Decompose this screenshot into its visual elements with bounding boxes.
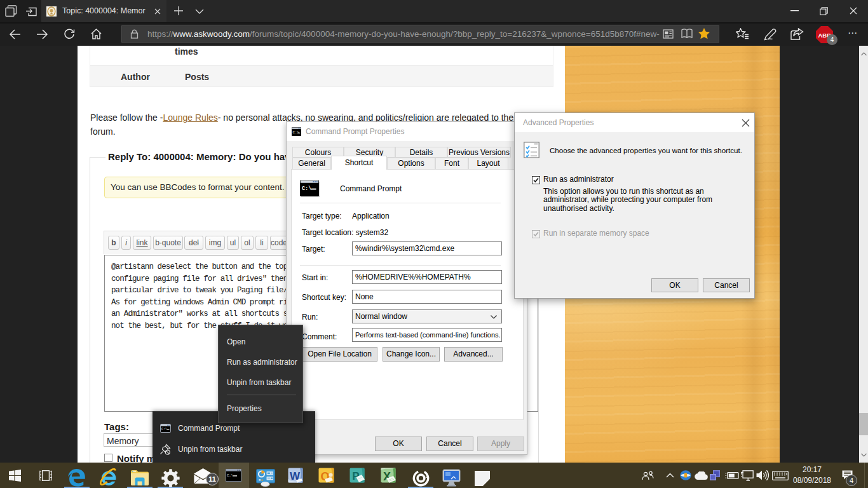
svg-text:C:\: C:\: [302, 186, 311, 192]
svg-text:C:\: C:\: [227, 473, 234, 478]
svg-text:C:\: C:\: [161, 428, 167, 431]
svg-text:C:\: C:\: [293, 130, 300, 135]
